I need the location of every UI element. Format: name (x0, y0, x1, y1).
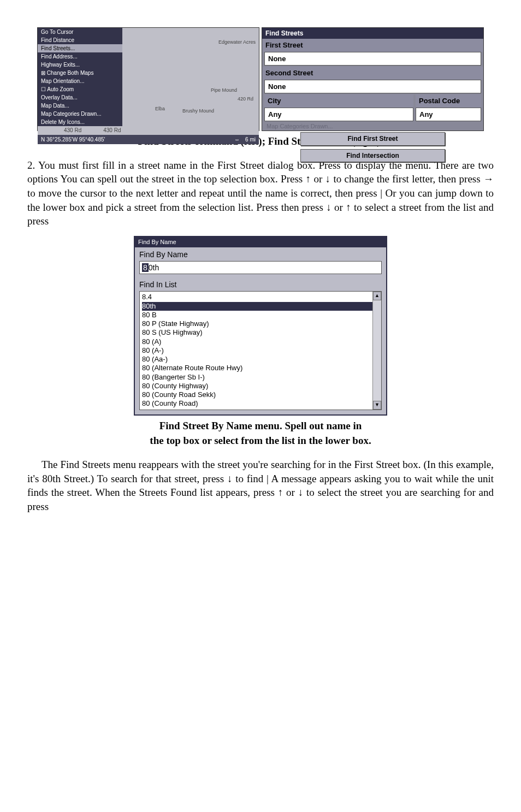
list-item[interactable]: 80 (A-) (142, 346, 379, 355)
scrollbar[interactable]: ▲ ▼ (372, 292, 381, 409)
map-label: 430 Rd (64, 127, 81, 134)
figure-caption-2b: the top box or select from the list in t… (27, 434, 494, 448)
menu-item[interactable]: Map Categories Drawn... (38, 110, 122, 118)
fbn-name-input[interactable]: 80th (139, 261, 382, 275)
status-lon: W 95°40.485' (73, 136, 105, 144)
list-item[interactable]: 80 P (State Highway) (142, 319, 379, 328)
list-item[interactable]: 80 (County Highway) (142, 382, 379, 390)
left-panel-top: Go To Cursor Find Distance Find Streets.… (38, 28, 259, 126)
scroll-down-icon[interactable]: ▼ (373, 401, 381, 410)
postal-label: Postal Code (416, 94, 481, 108)
map-label: Brushy Mound (182, 108, 214, 114)
find-by-name-panel: Find By Name Find By Name 80th Find In L… (134, 236, 387, 416)
map-bottom-labels: 430 Rd 430 Rd (38, 126, 259, 135)
fbn-label-list: Find In List (135, 277, 386, 291)
figure-row: Go To Cursor Find Distance Find Streets.… (27, 27, 494, 131)
list-item[interactable]: 80 B (142, 311, 379, 319)
list-item[interactable]: 80th (142, 302, 379, 311)
list-item[interactable]: 80 (County Road Sekk) (142, 390, 379, 399)
paragraph-2: The Find Streets menu reappears with the… (27, 458, 494, 514)
menu-item[interactable]: Delete My Icons... (38, 118, 122, 126)
menu-item[interactable]: Map Data... (38, 102, 122, 110)
list-item[interactable]: 80 (Aa-) (142, 355, 379, 364)
map-label: 420 Rd (238, 96, 253, 102)
first-street-label: First Street (262, 39, 483, 52)
scroll-up-icon[interactable]: ▲ (373, 292, 381, 300)
map-label: Elba (155, 105, 165, 112)
city-input[interactable]: Any (264, 108, 413, 122)
list-item[interactable]: 80 (A) (142, 337, 379, 346)
map-label: Pipe Mound (211, 87, 237, 93)
find-first-street-button[interactable]: Find First Street (300, 132, 445, 145)
status-bar: N 36°25.285' W 95°40.485' ↔ 6 mi (38, 135, 259, 145)
figure-caption-2a: Find Street By Name menu. Spell out name… (27, 419, 494, 433)
fbn-title: Find By Name (135, 237, 386, 247)
status-scale: 6 mi (245, 136, 256, 144)
postal-input[interactable]: Any (416, 108, 481, 122)
menu-item[interactable]: Map Orientation... (38, 77, 122, 85)
fbn-input-rest: 0th (149, 263, 159, 272)
menu-item-unchecked[interactable]: Auto Zoom (38, 85, 122, 93)
list-item[interactable]: 80 (County Road) (142, 399, 379, 408)
fbn-list[interactable]: 8.480th80 B80 P (State Highway)80 S (US … (139, 291, 382, 410)
second-street-label: Second Street (262, 67, 483, 80)
city-postal-inputs: Any Any (262, 108, 483, 122)
menu-item[interactable]: Overlay Data... (38, 93, 122, 102)
fbn-input-cursor: 8 (142, 263, 149, 272)
first-street-input[interactable]: None (264, 52, 481, 66)
status-arrow-icon: ↔ (234, 136, 240, 144)
map-label: 430 Rd (103, 127, 121, 134)
second-street-input[interactable]: None (264, 80, 481, 94)
paragraph-1: 2. You must first fill in a street name … (27, 158, 494, 228)
find-intersection-button[interactable]: Find Intersection (300, 149, 445, 162)
list-item[interactable]: 8.4 (142, 293, 379, 301)
city-postal-row: City Postal Code (262, 94, 483, 108)
menu-item-checked[interactable]: Change Both Maps (38, 69, 122, 77)
list-item[interactable]: 80 (Bangerter Sb I-) (142, 373, 379, 382)
right-panel: Find Streets First Street None Second St… (262, 27, 484, 131)
status-lat: N 36°25.285' (41, 136, 73, 144)
map-label: Edgewater Acres (218, 39, 256, 45)
menu-item[interactable]: Find Address... (38, 52, 122, 61)
hint-text: Map Categories Drawn... (262, 121, 483, 131)
city-label: City (264, 94, 413, 108)
left-panel: Go To Cursor Find Distance Find Streets.… (37, 27, 259, 131)
postal-col: Postal Code (416, 94, 481, 108)
menu-item[interactable]: Go To Cursor (38, 28, 122, 36)
list-item[interactable]: 80 (Alternate Route Route Hwy) (142, 364, 379, 372)
map-area[interactable]: Edgewater Acres 420 Rd Elba Brushy Mound… (122, 28, 259, 126)
menu-item[interactable]: Highway Exits... (38, 61, 122, 69)
fbn-label-name: Find By Name (135, 247, 386, 261)
panel-title: Find Streets (262, 28, 483, 39)
city-col: City (264, 94, 413, 108)
list-item[interactable]: 80 S (US Highway) (142, 328, 379, 337)
context-menu[interactable]: Go To Cursor Find Distance Find Streets.… (38, 28, 122, 126)
menu-item-selected[interactable]: Find Streets... (38, 44, 122, 52)
menu-item[interactable]: Find Distance (38, 36, 122, 44)
